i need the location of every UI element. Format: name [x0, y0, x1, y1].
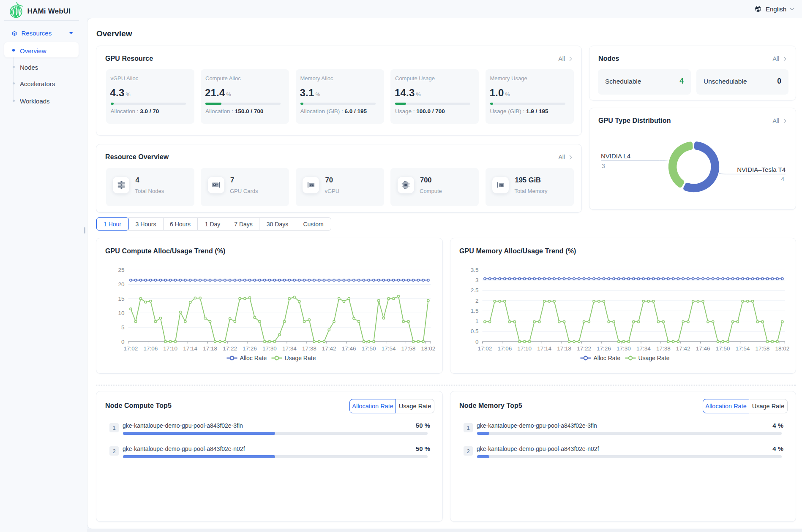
svg-text:17:46: 17:46 [342, 345, 356, 352]
svg-text:10: 10 [118, 310, 124, 316]
svg-text:17:06: 17:06 [143, 345, 158, 352]
svg-text:17:46: 17:46 [696, 345, 710, 352]
svg-text:17:10: 17:10 [517, 345, 532, 352]
svg-text:17:30: 17:30 [617, 345, 631, 352]
svg-text:17:42: 17:42 [322, 345, 336, 352]
svg-text:17:02: 17:02 [478, 345, 492, 352]
svg-text:25: 25 [118, 267, 124, 273]
svg-text:17:58: 17:58 [756, 345, 770, 352]
svg-text:17:30: 17:30 [262, 345, 277, 352]
svg-text:0: 0 [121, 339, 125, 345]
svg-text:17:34: 17:34 [282, 345, 297, 352]
svg-text:17:38: 17:38 [656, 345, 671, 352]
svg-text:1.5: 1.5 [471, 308, 479, 314]
svg-text:17:54: 17:54 [736, 345, 750, 352]
svg-text:17:34: 17:34 [636, 345, 651, 352]
svg-text:3: 3 [475, 277, 479, 283]
svg-text:20: 20 [118, 281, 124, 288]
svg-text:18:02: 18:02 [421, 345, 436, 352]
svg-text:17:58: 17:58 [401, 345, 416, 352]
svg-text:1: 1 [475, 318, 479, 324]
svg-text:17:42: 17:42 [676, 345, 690, 352]
svg-text:17:38: 17:38 [302, 345, 316, 352]
svg-text:Usage Rate: Usage Rate [638, 355, 670, 361]
svg-text:NVIDIA L4: NVIDIA L4 [601, 152, 630, 160]
svg-text:17:14: 17:14 [537, 345, 551, 352]
svg-text:17:50: 17:50 [716, 345, 730, 352]
svg-text:5: 5 [121, 324, 125, 331]
svg-text:2: 2 [475, 298, 479, 304]
svg-text:17:18: 17:18 [203, 345, 217, 352]
svg-text:0: 0 [475, 339, 479, 345]
svg-text:Usage Rate: Usage Rate [285, 355, 316, 361]
svg-text:17:54: 17:54 [382, 345, 396, 352]
svg-text:3.5: 3.5 [471, 267, 479, 273]
svg-text:17:22: 17:22 [577, 345, 591, 352]
svg-text:4: 4 [781, 176, 784, 182]
svg-text:17:06: 17:06 [497, 345, 512, 352]
svg-text:Alloc Rate: Alloc Rate [594, 355, 621, 361]
svg-text:0.5: 0.5 [471, 328, 479, 334]
svg-text:2.5: 2.5 [471, 287, 479, 293]
svg-text:17:26: 17:26 [597, 345, 611, 352]
svg-text:17:50: 17:50 [362, 345, 376, 352]
svg-text:3: 3 [602, 163, 605, 169]
svg-text:15: 15 [118, 296, 124, 302]
svg-text:17:26: 17:26 [243, 345, 257, 352]
svg-text:17:22: 17:22 [223, 345, 237, 352]
svg-text:Alloc Rate: Alloc Rate [240, 355, 267, 361]
svg-text:NVIDIA–Tesla T4: NVIDIA–Tesla T4 [737, 166, 786, 173]
svg-text:17:14: 17:14 [183, 345, 197, 352]
svg-text:17:10: 17:10 [163, 345, 177, 352]
svg-text:17:02: 17:02 [124, 345, 138, 352]
svg-text:18:02: 18:02 [775, 345, 790, 352]
svg-text:17:18: 17:18 [557, 345, 571, 352]
